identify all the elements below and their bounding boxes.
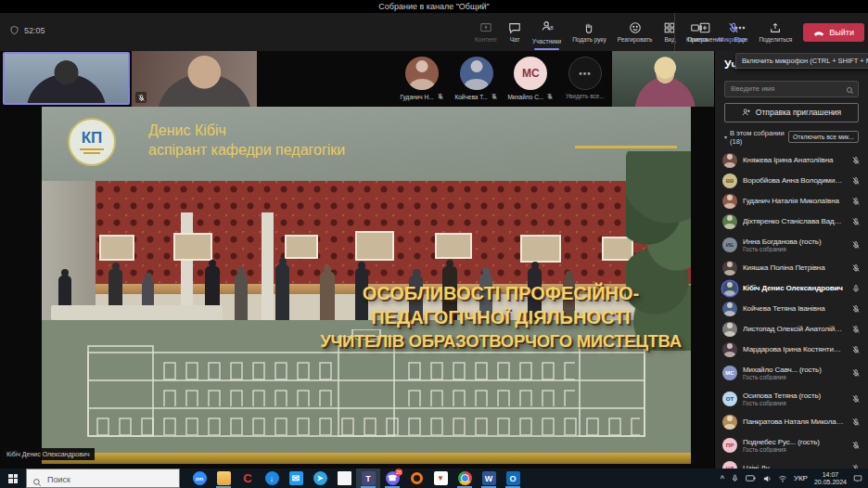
strip-label: Койчева Т...	[454, 94, 488, 100]
notepad-icon[interactable]	[332, 469, 356, 488]
participant-name: Княжева Ірина Анатоліївна	[743, 156, 845, 164]
mic-tooltip: Включить микрофон (CTRL + SHIFT + M)	[735, 53, 868, 69]
content-button[interactable]: Контент	[469, 13, 503, 51]
stream-tile-icon[interactable]: ▼	[428, 469, 453, 488]
tray-speaker-icon[interactable]	[762, 474, 772, 483]
tray-expand-icon[interactable]: ^	[721, 474, 724, 483]
word-icon[interactable]: W	[477, 469, 501, 488]
participant-name: Кияшка Поліна Петрівна	[743, 263, 845, 272]
meeting-stage: Гуданич Н... Койчева Т... МС Михайло С..…	[0, 51, 714, 469]
tray-clock[interactable]: 14:0720.05.2024	[814, 471, 847, 486]
participants-panel: Участники × Отправка приглашения ▾ В это…	[714, 51, 868, 469]
teams-meeting-window: Собрание в канале "Общий" 52:05 Контент …	[0, 0, 868, 488]
participant-row[interactable]: ОТ Осипова Тетяна (гость) Гость собрания	[715, 386, 868, 412]
participant-row[interactable]: ЦД Цзіні Ду	[715, 458, 868, 469]
participant-avatar: ВВ	[722, 173, 737, 188]
file-explorer-icon[interactable]	[211, 469, 236, 488]
participant-avatar	[722, 261, 737, 276]
video-thumbnail-speaker[interactable]	[3, 52, 130, 105]
taskbar-search[interactable]	[26, 469, 180, 488]
windows-logo-icon	[8, 474, 18, 483]
participant-row[interactable]: Кібіч Денис Олександрович	[715, 278, 868, 299]
participant-avatar: ИБ	[722, 238, 737, 252]
participant-row[interactable]: Княжева Ірина Анатоліївна	[715, 150, 868, 171]
hangup-icon	[813, 28, 824, 37]
participant-row[interactable]: Листопад Олексій Анатолійович	[715, 319, 868, 340]
mic-button[interactable]: Микрофон	[713, 13, 754, 51]
shared-screen-slide: КП Денис Кібіч аспірант кафедри педагогі…	[42, 107, 691, 464]
mic-off-icon	[850, 441, 861, 450]
strip-tile-mykhailo[interactable]: МС Михайло С...	[505, 51, 555, 107]
chat-button[interactable]: Чат	[503, 13, 527, 51]
strip-tile-see-all[interactable]: ••• Увидеть все...	[560, 51, 610, 107]
overflow-icon: •••	[568, 57, 602, 90]
participant-row[interactable]: ИБ Инна Богданова (гость) Гость собрания	[715, 232, 868, 258]
participant-row[interactable]: Панкратова Наталя Миколаївна	[715, 412, 868, 432]
mic-off-icon	[850, 417, 861, 427]
camera-icon	[690, 21, 703, 34]
participant-row[interactable]: Кияшка Поліна Петрівна	[715, 258, 868, 278]
zoom-app-icon[interactable]: zm	[187, 469, 211, 488]
participant-row[interactable]: Гуданич Наталія Миколаївна	[715, 191, 868, 212]
participant-row[interactable]: МС Михайло Савч... (гость) Гость собрани…	[715, 360, 868, 386]
camera-button[interactable]: Камера	[681, 13, 713, 51]
video-thumbnail-2[interactable]	[132, 51, 257, 107]
language-indicator[interactable]: УКР	[794, 474, 808, 482]
participant-row[interactable]: ПР Поднебес Рус... (гость) Гость собрани…	[715, 432, 868, 458]
strip-tile-koycheva[interactable]: Койчева Т...	[452, 51, 502, 107]
participant-row[interactable]: Койчева Тетяна Іванівна	[715, 299, 868, 319]
telegram-icon[interactable]: ➤	[308, 469, 332, 488]
share-button[interactable]: Поделиться	[753, 13, 798, 51]
in-meeting-section-label[interactable]: ▾ В этом собрании (18)	[724, 129, 788, 146]
meeting-toolbar: 52:05 Контент Чат 18 Участники Подать ру…	[0, 13, 868, 51]
mic-off-icon	[437, 93, 444, 100]
participants-list: Княжева Ірина Анатоліївна ВВ Воробйова А…	[715, 150, 868, 469]
participant-search-input[interactable]	[724, 81, 859, 97]
participant-row[interactable]: ВВ Воробйова Анна Володимирівна	[715, 171, 868, 191]
taskbar-search-input[interactable]	[27, 471, 179, 488]
participant-name: Панкратова Наталя Миколаївна	[743, 417, 845, 426]
tray-mic-icon[interactable]	[731, 474, 739, 482]
taskbar-icons: zmC↓✉➤T☎20▼WO	[187, 469, 525, 488]
avatar-initials: МС	[514, 57, 547, 90]
gold-strip	[42, 453, 691, 464]
mute-all-button[interactable]: Отключить все мик...	[788, 131, 859, 143]
avatar-strip: Гуданич Н... Койчева Т... МС Михайло С..…	[397, 51, 610, 107]
leave-button[interactable]: Выйти	[803, 23, 864, 42]
orange-ring-icon[interactable]	[404, 469, 428, 488]
participant-avatar	[722, 415, 737, 430]
raise-hand-button[interactable]: Подать руку	[567, 13, 612, 51]
start-button[interactable]	[0, 469, 26, 488]
participant-name: Гуданич Наталія Миколаївна	[743, 197, 845, 205]
participant-row[interactable]: Мардарова Ірина Костянтинівна	[715, 340, 868, 360]
participant-name: Кібіч Денис Олександрович	[743, 284, 845, 292]
chrome-icon[interactable]	[453, 469, 477, 488]
action-center-icon[interactable]	[853, 474, 862, 483]
react-button[interactable]: Реагировать	[612, 13, 658, 51]
participant-name: Воробйова Анна Володимирівна	[743, 176, 845, 185]
mic-off-icon	[850, 345, 861, 354]
participant-avatar	[722, 302, 737, 316]
share-icon	[769, 21, 782, 34]
strip-tile-gudanych[interactable]: Гуданич Н...	[397, 51, 447, 107]
teams-icon[interactable]: T	[356, 469, 380, 488]
participant-avatar: ЦД	[722, 461, 737, 469]
tray-network-icon[interactable]	[778, 474, 787, 483]
mic-off-icon	[850, 197, 861, 206]
video-thumbnail-3[interactable]	[612, 51, 714, 107]
viber-icon[interactable]: ☎20	[380, 469, 404, 488]
tray-battery-icon[interactable]	[746, 474, 756, 482]
send-invite-button[interactable]: Отправка приглашения	[724, 103, 859, 122]
presenter-role: аспірант кафедри педагогіки	[148, 140, 345, 160]
mic-on-icon	[850, 284, 861, 293]
participant-sub: Гость собрания	[743, 400, 845, 406]
participant-name: Осипова Тетяна (гость)	[743, 392, 845, 400]
ccleaner-icon[interactable]: C	[236, 469, 260, 488]
participant-row[interactable]: Діхтяренко Станіслава Вадимів...	[715, 212, 868, 232]
participant-avatar: МС	[722, 366, 737, 380]
participants-button[interactable]: 18 Участники	[527, 13, 567, 51]
mail-icon[interactable]: ✉	[284, 469, 308, 488]
download-manager-icon[interactable]: ↓	[260, 469, 284, 488]
outlook-icon[interactable]: O	[501, 469, 525, 488]
participant-avatar	[722, 194, 737, 209]
